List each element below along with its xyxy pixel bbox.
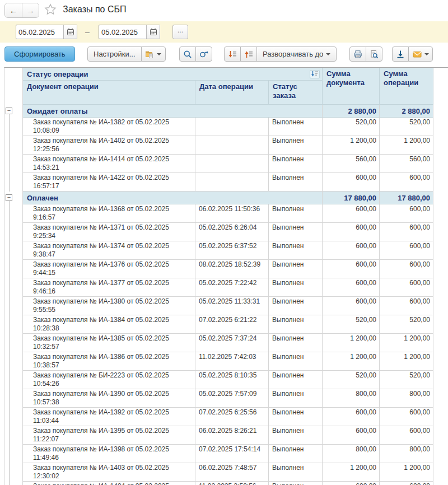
cell-sum-operation[interactable]: 800,00 [380, 445, 433, 463]
cell-sum-operation[interactable]: 1 200,00 [380, 352, 433, 371]
expand-all-button[interactable] [224, 46, 241, 62]
cell-date-operation[interactable]: 05.02.2025 6:37:52 [195, 241, 269, 260]
cell-sum-document[interactable]: 800,00 [323, 445, 380, 463]
cell-document[interactable]: Заказ покупателя № ИА-1386 от 05.02.2025… [23, 352, 195, 371]
table-row[interactable]: Заказ покупателя № ИА-1368 от 05.02.2025… [4, 204, 448, 223]
cell-document[interactable]: Заказ покупателя № ИА-1368 от 05.02.2025… [23, 204, 195, 223]
table-row[interactable]: Заказ покупателя № ИА-1398 от 05.02.2025… [4, 445, 448, 463]
header-order-status[interactable]: Статус заказа [269, 81, 323, 105]
table-row[interactable]: Заказ покупателя № ИА-1414 от 05.02.2025… [4, 155, 448, 173]
cell-date-operation[interactable]: 05.02.2025 6:26:04 [195, 223, 269, 241]
cell-sum-operation[interactable]: 560,00 [380, 155, 433, 173]
cell-order-status[interactable]: Выполнен [269, 371, 323, 389]
cell-sum-operation[interactable]: 520,00 [380, 371, 433, 389]
cell-document[interactable]: Заказ покупателя № ИА-1385 от 05.02.2025… [23, 334, 195, 352]
table-row[interactable]: Заказ покупателя № ИА-1371 от 05.02.2025… [4, 223, 448, 241]
table-row[interactable]: Заказ покупателя № ИА-1377 от 05.02.2025… [4, 278, 448, 297]
cell-order-status[interactable]: Выполнен [269, 445, 323, 463]
cell-document[interactable]: Заказ покупателя № ИА-1403 от 05.02.2025… [23, 463, 195, 482]
send-mail-button[interactable] [408, 46, 433, 62]
cell-document[interactable]: Заказ покупателя № ИА-1392 от 05.02.2025… [23, 408, 195, 426]
cell-order-status[interactable]: Выполнен [269, 118, 323, 136]
cell-document[interactable]: Заказ покупателя № ИА-1384 от 05.02.2025… [23, 315, 195, 334]
table-row[interactable]: Заказ покупателя № ИА-1374 от 05.02.2025… [4, 241, 448, 260]
cell-sum-document[interactable]: 600,00 [323, 204, 380, 223]
forward-button[interactable]: → [22, 3, 39, 17]
cell-order-status[interactable]: Выполнен [269, 463, 323, 482]
cell-document[interactable]: Заказ покупателя № ИА-1414 от 05.02.2025… [23, 155, 195, 173]
header-sum-operation[interactable]: Сумма операции [380, 68, 433, 105]
cell-document[interactable]: Заказ покупателя № ИА-1402 от 05.02.2025… [23, 136, 195, 155]
cell-sum-operation[interactable]: 600,00 [380, 426, 433, 445]
cell-date-operation[interactable]: 11.02.2025 7:42:03 [195, 352, 269, 371]
cell-date-operation[interactable] [195, 155, 269, 173]
cell-document[interactable]: Заказ покупателя № ИА-1380 от 05.02.2025… [23, 297, 195, 315]
cell-order-status[interactable]: Выполнен [269, 204, 323, 223]
print-preview-button[interactable] [366, 46, 382, 62]
cell-sum-operation[interactable]: 600,00 [380, 278, 433, 297]
cell-order-status[interactable]: Выполнен [269, 155, 323, 173]
cell-date-operation[interactable]: 08.02.2025 18:52:39 [195, 260, 269, 278]
table-row[interactable]: Заказ покупателя № ИА-1385 от 05.02.2025… [4, 334, 448, 352]
table-row[interactable]: Заказ покупателя № ИА-1404 от 05.02.2025… [4, 482, 448, 485]
cell-sum-document[interactable]: 1 200,00 [323, 463, 380, 482]
cell-document[interactable]: Заказ покупателя № ИА-1422 от 05.02.2025… [23, 173, 195, 192]
table-row[interactable]: Заказ покупателя № ИА-1386 от 05.02.2025… [4, 352, 448, 371]
report-variants-button[interactable] [141, 46, 166, 62]
table-row[interactable]: Заказ покупателя № ИА-1382 от 05.02.2025… [4, 118, 448, 136]
date-to-input[interactable] [99, 25, 146, 39]
cell-sum-operation[interactable]: 520,00 [380, 315, 433, 334]
table-row[interactable]: Заказ покупателя № ИА-1402 от 05.02.2025… [4, 136, 448, 155]
table-row[interactable]: Заказ покупателя № ИА-1395 от 05.02.2025… [4, 426, 448, 445]
cell-date-operation[interactable]: 06.02.2025 11:50:36 [195, 204, 269, 223]
cell-document[interactable]: Заказ покупателя № ИА-1374 от 05.02.2025… [23, 241, 195, 260]
cell-order-status[interactable]: Выполнен [269, 315, 323, 334]
cell-sum-operation[interactable]: 800,00 [380, 389, 433, 408]
header-date-operation[interactable]: Дата операции [195, 81, 269, 105]
cell-sum-operation[interactable]: 600,00 [380, 241, 433, 260]
group-row[interactable]: − Ожидает оплаты 2 880,00 2 880,00 [4, 105, 448, 118]
cell-sum-operation[interactable]: 600,00 [380, 297, 433, 315]
cell-document[interactable]: Заказ покупателя № ИА-1382 от 05.02.2025… [23, 118, 195, 136]
cell-date-operation[interactable]: 05.02.2025 7:37:24 [195, 334, 269, 352]
table-row[interactable]: Заказ покупателя № ИА-1376 от 05.02.2025… [4, 260, 448, 278]
cell-sum-document[interactable]: 520,00 [323, 371, 380, 389]
cell-document[interactable]: Заказ покупателя № ИА-1377 от 05.02.2025… [23, 278, 195, 297]
cell-date-operation[interactable]: 06.02.2025 8:26:21 [195, 426, 269, 445]
cell-sum-document[interactable]: 800,00 [323, 389, 380, 408]
cell-date-operation[interactable]: 11.02.2025 3:50:56 [195, 482, 269, 485]
cell-order-status[interactable]: Выполнен [269, 426, 323, 445]
cell-sum-document[interactable]: 560,00 [323, 155, 380, 173]
cell-order-status[interactable]: Выполнен [269, 173, 323, 192]
search-button[interactable] [179, 46, 196, 62]
cell-sum-operation[interactable]: 1 200,00 [380, 136, 433, 155]
cell-order-status[interactable]: Выполнен [269, 241, 323, 260]
cell-date-operation[interactable]: 07.02.2025 17:54:14 [195, 445, 269, 463]
cell-date-operation[interactable]: 05.02.2025 7:22:42 [195, 278, 269, 297]
group-row[interactable]: − Оплачен 17 880,00 17 880,00 [4, 192, 448, 204]
cell-sum-document[interactable]: 600,00 [323, 297, 380, 315]
cell-sum-document[interactable]: 600,00 [323, 241, 380, 260]
cell-document[interactable]: Заказ покупателя № ИА-1371 от 05.02.2025… [23, 223, 195, 241]
cell-document[interactable]: Заказ покупателя № ИА-1395 от 05.02.2025… [23, 426, 195, 445]
cell-order-status[interactable]: Выполнен [269, 408, 323, 426]
cell-sum-document[interactable]: 600,00 [323, 260, 380, 278]
cell-date-operation[interactable]: 07.02.2025 6:25:56 [195, 408, 269, 426]
cell-document[interactable]: Заказ покупателя № ИА-1390 от 05.02.2025… [23, 389, 195, 408]
cell-order-status[interactable]: Выполнен [269, 223, 323, 241]
cell-sum-document[interactable]: 600,00 [323, 173, 380, 192]
cell-sum-operation[interactable]: 520,00 [380, 118, 433, 136]
cell-date-operation[interactable]: 05.02.2025 8:10:35 [195, 371, 269, 389]
cell-order-status[interactable]: Выполнен [269, 136, 323, 155]
cell-sum-document[interactable]: 600,00 [323, 408, 380, 426]
cell-sum-document[interactable]: 520,00 [323, 118, 380, 136]
cell-date-operation[interactable] [195, 136, 269, 155]
cell-sum-operation[interactable]: 1 200,00 [380, 463, 433, 482]
table-row[interactable]: Заказ покупателя № ИА-1403 от 05.02.2025… [4, 463, 448, 482]
cell-sum-operation[interactable]: 600,00 [380, 260, 433, 278]
cell-sum-operation[interactable]: 600,00 [380, 223, 433, 241]
table-row[interactable]: Заказ покупателя № ИА-1380 от 05.02.2025… [4, 297, 448, 315]
cell-sum-document[interactable]: 600,00 [323, 223, 380, 241]
cell-date-operation[interactable]: 05.02.2025 7:57:09 [195, 389, 269, 408]
save-button[interactable] [392, 46, 409, 62]
